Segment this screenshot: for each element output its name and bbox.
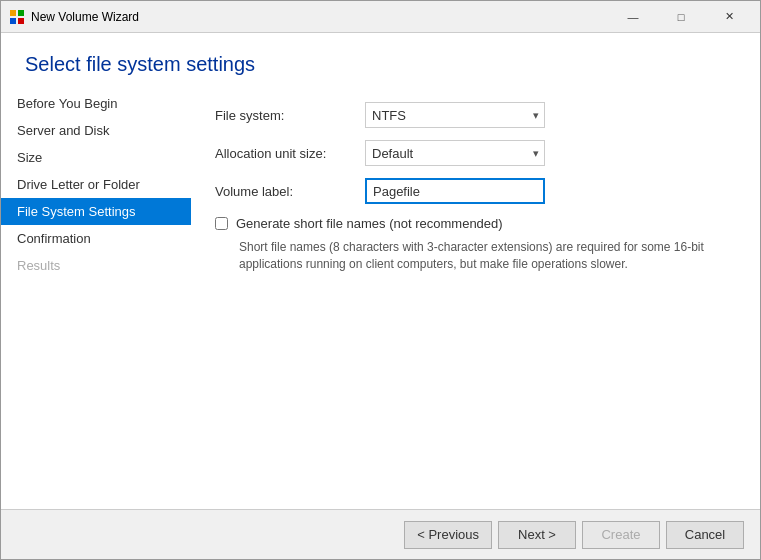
file-system-row: File system: NTFS ReFS FAT32 exFAT [215,102,736,128]
svg-rect-0 [10,10,16,16]
maximize-button[interactable]: □ [658,1,704,33]
page-title: Select file system settings [1,33,760,86]
file-system-label: File system: [215,108,365,123]
volume-label-input[interactable] [365,178,545,204]
svg-rect-3 [18,18,24,24]
cancel-button[interactable]: Cancel [666,521,744,549]
sidebar-item-file-system-settings[interactable]: File System Settings [1,198,191,225]
short-file-names-row: Generate short file names (not recommend… [215,216,736,231]
footer: < Previous Next > Create Cancel [1,509,760,559]
sidebar-item-before-you-begin[interactable]: Before You Begin [1,90,191,117]
allocation-unit-select[interactable]: Default 512 1024 2048 4096 [365,140,545,166]
right-panel: File system: NTFS ReFS FAT32 exFAT Alloc… [191,86,760,509]
short-file-names-checkbox[interactable] [215,217,228,230]
allocation-unit-row: Allocation unit size: Default 512 1024 2… [215,140,736,166]
content-area: Select file system settings Before You B… [1,33,760,509]
next-button[interactable]: Next > [498,521,576,549]
create-button[interactable]: Create [582,521,660,549]
file-system-select[interactable]: NTFS ReFS FAT32 exFAT [365,102,545,128]
title-bar: New Volume Wizard — □ ✕ [1,1,760,33]
sidebar-item-server-and-disk[interactable]: Server and Disk [1,117,191,144]
sidebar-item-confirmation[interactable]: Confirmation [1,225,191,252]
file-system-dropdown-wrapper: NTFS ReFS FAT32 exFAT [365,102,545,128]
sidebar-item-results: Results [1,252,191,279]
svg-rect-2 [10,18,16,24]
help-text: Short file names (8 characters with 3-ch… [239,239,719,273]
volume-label-row: Volume label: [215,178,736,204]
allocation-unit-dropdown-wrapper: Default 512 1024 2048 4096 [365,140,545,166]
svg-rect-1 [18,10,24,16]
previous-button[interactable]: < Previous [404,521,492,549]
short-file-names-label: Generate short file names (not recommend… [236,216,503,231]
app-icon [9,9,25,25]
sidebar-item-size[interactable]: Size [1,144,191,171]
sidebar: Before You Begin Server and Disk Size Dr… [1,86,191,509]
allocation-unit-label: Allocation unit size: [215,146,365,161]
main-body: Before You Begin Server and Disk Size Dr… [1,86,760,509]
close-button[interactable]: ✕ [706,1,752,33]
window-controls: — □ ✕ [610,1,752,33]
window-title: New Volume Wizard [31,10,610,24]
minimize-button[interactable]: — [610,1,656,33]
volume-label-label: Volume label: [215,184,365,199]
main-window: New Volume Wizard — □ ✕ Select file syst… [0,0,761,560]
sidebar-item-drive-letter-or-folder[interactable]: Drive Letter or Folder [1,171,191,198]
